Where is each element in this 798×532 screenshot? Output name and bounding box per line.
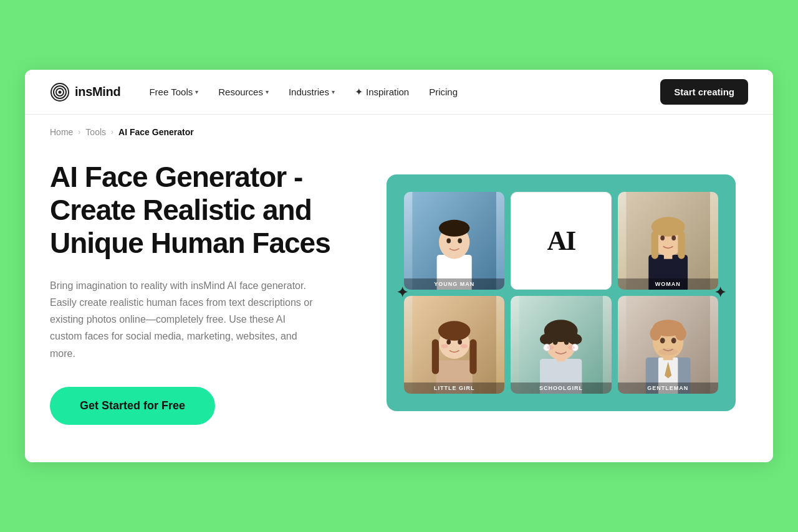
svg-point-18 (671, 235, 676, 240)
hero-description: Bring imagination to reality with insMin… (50, 277, 318, 362)
nav-item-resources[interactable]: Resources ▾ (209, 82, 277, 102)
svg-rect-22 (469, 340, 476, 374)
girl-label: LITTLE GIRL (404, 382, 504, 394)
svg-rect-16 (678, 231, 685, 259)
svg-point-3 (59, 90, 62, 93)
hero-visual: ✦ ✦ (374, 174, 748, 411)
svg-point-8 (446, 239, 451, 244)
svg-point-41 (568, 346, 575, 350)
start-creating-button[interactable]: Start creating (660, 79, 748, 105)
sparkle-icon: ✦ (355, 86, 363, 98)
svg-point-52 (671, 338, 676, 343)
svg-point-39 (564, 340, 569, 345)
logo-text: insMind (75, 85, 120, 99)
breadcrumb-tools[interactable]: Tools (85, 127, 106, 137)
svg-point-50 (675, 326, 686, 340)
chevron-down-icon: ▾ (195, 88, 198, 95)
ai-letter: AI (547, 225, 575, 257)
face-card-girl: LITTLE GIRL (404, 296, 504, 394)
logo-link[interactable]: insMind (50, 82, 120, 102)
face-card-woman: WOMAN (618, 192, 718, 290)
svg-point-35 (568, 334, 582, 345)
breadcrumb-sep-2: › (111, 128, 113, 136)
nav-item-free-tools[interactable]: Free Tools ▾ (140, 82, 207, 102)
nav-item-industries[interactable]: Industries ▾ (280, 82, 344, 102)
svg-point-17 (660, 235, 665, 240)
svg-point-7 (439, 220, 469, 237)
svg-point-27 (441, 344, 448, 348)
svg-point-40 (547, 346, 554, 350)
face-card-schoolgirl: SCHOOLGIRL (511, 296, 611, 394)
svg-point-24 (438, 321, 471, 340)
young-man-label: YOUNG MAN (404, 278, 504, 290)
nav-links: Free Tools ▾ Resources ▾ Industries ▾ ✦ … (140, 81, 655, 103)
svg-point-25 (446, 340, 451, 344)
face-card-ai: AI (511, 192, 611, 290)
gentleman-label: GENTLEMAN (618, 382, 718, 394)
nav-item-inspiration[interactable]: ✦ Inspiration (346, 81, 418, 103)
woman-label: WOMAN (618, 278, 718, 290)
svg-point-34 (540, 334, 554, 345)
svg-point-53 (658, 348, 678, 355)
cta-button[interactable]: Get Started for Free (50, 387, 215, 425)
svg-point-26 (458, 340, 462, 344)
navbar: insMind Free Tools ▾ Resources ▾ Industr… (25, 70, 773, 115)
svg-point-28 (461, 344, 468, 348)
hero-content: AI Face Generator - Create Realistic and… (50, 161, 349, 425)
chevron-down-icon: ▾ (332, 88, 335, 95)
face-card-gentleman: GENTLEMAN (618, 296, 718, 394)
hero-section: AI Face Generator - Create Realistic and… (25, 142, 773, 462)
schoolgirl-label: SCHOOLGIRL (511, 382, 611, 394)
breadcrumb-current: AI Face Generator (118, 127, 194, 137)
nav-item-pricing[interactable]: Pricing (420, 82, 466, 102)
face-grid: YOUNG MAN AI (404, 192, 718, 394)
svg-point-38 (553, 340, 558, 345)
hero-title: AI Face Generator - Create Realistic and… (50, 161, 349, 260)
svg-point-51 (660, 338, 665, 343)
chevron-down-icon: ▾ (266, 88, 269, 95)
logo-icon (50, 82, 70, 102)
svg-point-49 (650, 326, 661, 340)
image-grid-container: ✦ ✦ (387, 174, 736, 411)
svg-rect-21 (432, 340, 439, 374)
breadcrumb: Home › Tools › AI Face Generator (25, 115, 773, 142)
breadcrumb-home[interactable]: Home (50, 127, 73, 137)
ai-logo-box: AI (511, 192, 610, 289)
svg-point-9 (458, 239, 462, 244)
face-card-young-man: YOUNG MAN (404, 192, 504, 290)
breadcrumb-sep-1: › (78, 128, 80, 136)
svg-rect-15 (651, 231, 658, 259)
